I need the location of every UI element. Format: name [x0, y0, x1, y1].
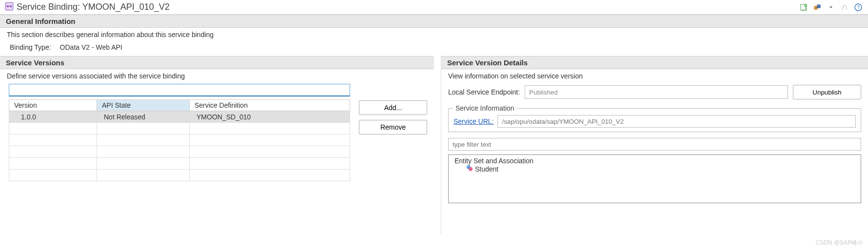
table-row	[9, 146, 350, 158]
version-search-input[interactable]	[9, 84, 350, 96]
col-service-def[interactable]: Service Definition	[190, 100, 350, 111]
general-info-desc: This section describes general informati…	[0, 28, 868, 40]
binding-type-value: OData V2 - Web API	[60, 43, 122, 51]
page-title: Service Binding: YMOON_API_010_V2	[17, 2, 170, 12]
new-icon[interactable]	[799, 2, 809, 12]
service-url-link[interactable]: Service URL:	[454, 117, 493, 125]
service-info-fieldset: Service Information Service URL:	[448, 104, 861, 132]
table-row	[9, 158, 350, 170]
table-row	[9, 134, 350, 146]
entity-filter-input[interactable]	[448, 138, 861, 151]
add-button[interactable]: Add...	[359, 100, 427, 115]
binding-type-label: Binding Type:	[10, 43, 51, 51]
entity-icon	[466, 165, 473, 173]
breadcrumb-icon[interactable]	[840, 2, 849, 12]
watermark: CSDN @SAP峰※	[815, 239, 863, 247]
entity-root[interactable]: Entity Set and Association	[454, 157, 856, 165]
svg-point-10	[469, 167, 473, 171]
col-version[interactable]: Version	[9, 100, 97, 111]
entity-item[interactable]: Student	[454, 165, 856, 173]
local-endpoint-field	[525, 85, 788, 99]
entity-tree[interactable]: Entity Set and Association Student	[448, 154, 861, 203]
table-row	[9, 170, 350, 181]
table-row[interactable]: 1.0.0 Not Released YMOON_SD_010	[9, 111, 350, 123]
service-binding-icon	[5, 2, 14, 12]
versions-table[interactable]: Version API State Service Definition 1.0…	[9, 99, 350, 181]
local-endpoint-label: Local Service Endpoint:	[448, 88, 520, 96]
col-api-state[interactable]: API State	[97, 100, 190, 111]
version-details-header: Service Version Details	[441, 56, 868, 69]
version-details-desc: View information on selected service ver…	[441, 69, 868, 82]
dropdown-icon[interactable]	[826, 2, 836, 12]
remove-button[interactable]: Remove	[359, 120, 427, 134]
service-url-field[interactable]	[497, 115, 856, 128]
general-info-header: General Information	[0, 15, 868, 28]
toolbar: ?	[799, 2, 863, 12]
svg-text:?: ?	[857, 5, 860, 10]
service-info-legend: Service Information	[454, 104, 516, 112]
unpublish-button[interactable]: Unpublish	[793, 85, 861, 99]
table-row	[9, 123, 350, 134]
link-icon[interactable]	[812, 2, 822, 12]
service-versions-desc: Define service versions associated with …	[0, 69, 434, 82]
service-versions-header: Service Versions	[0, 56, 434, 69]
help-icon[interactable]: ?	[853, 2, 863, 12]
